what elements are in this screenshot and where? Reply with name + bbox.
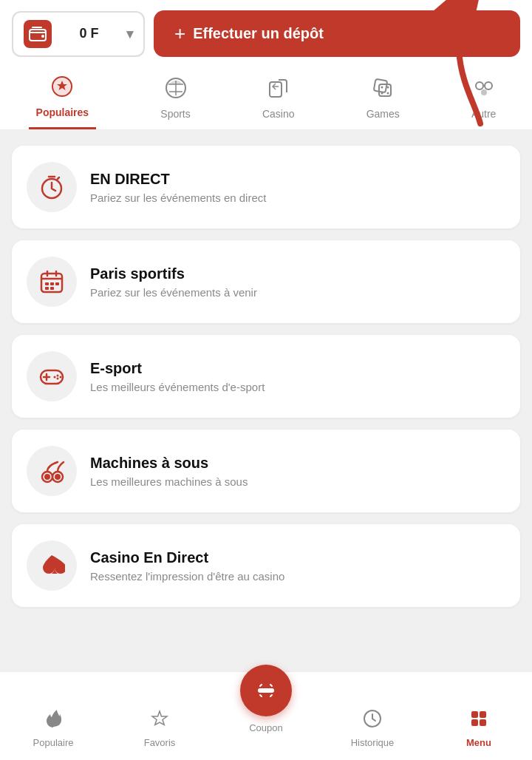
bottom-nav: Populaire Favoris Coupon	[0, 671, 532, 760]
arrow-annotation	[377, 0, 510, 131]
main-content: EN DIRECT Pariez sur les événements en d…	[0, 131, 532, 622]
e-sport-title: E-sport	[90, 360, 265, 377]
tab-sports-label: Sports	[160, 108, 190, 120]
star-outline-icon	[149, 708, 170, 734]
svg-rect-20	[45, 287, 49, 290]
svg-point-30	[55, 474, 61, 480]
svg-point-24	[60, 376, 62, 379]
menu-card-casino-direct[interactable]: Casino En Direct Ressentez l'impression …	[12, 524, 520, 607]
svg-point-1	[41, 35, 44, 38]
tab-populaires-label: Populaires	[36, 106, 89, 118]
svg-rect-21	[50, 287, 54, 290]
calendar-icon	[27, 257, 77, 307]
gamepad-icon	[27, 351, 77, 401]
chevron-down-icon: ▾	[126, 26, 133, 42]
svg-rect-18	[50, 282, 54, 285]
deposit-label: Effectuer un dépôt	[193, 25, 324, 42]
svg-point-25	[57, 378, 59, 380]
tab-casino-label: Casino	[262, 108, 295, 120]
bottom-nav-coupon-label: Coupon	[249, 722, 283, 733]
menu-card-machines-sous[interactable]: Machines à sous Les meilleures machines …	[12, 430, 520, 512]
menu-card-en-direct[interactable]: EN DIRECT Pariez sur les événements en d…	[12, 146, 520, 228]
e-sport-subtitle: Les meilleurs événements d'e-sport	[90, 381, 265, 393]
svg-point-23	[57, 375, 59, 377]
svg-rect-19	[55, 282, 59, 285]
machines-sous-title: Machines à sous	[90, 455, 248, 472]
plus-icon: +	[174, 22, 185, 45]
en-direct-title: EN DIRECT	[90, 171, 266, 188]
bottom-nav-menu[interactable]: Menu	[442, 708, 516, 748]
svg-rect-17	[45, 282, 49, 285]
tab-populaires[interactable]: Populaires	[29, 75, 97, 129]
tab-sports[interactable]: Sports	[153, 76, 197, 129]
coupon-icon	[240, 665, 292, 716]
svg-point-33	[264, 688, 268, 693]
tab-casino[interactable]: Casino	[255, 76, 302, 129]
ball-icon	[164, 76, 188, 105]
fire-icon	[43, 708, 64, 734]
bottom-nav-populaire-label: Populaire	[33, 737, 74, 748]
cherry-icon	[27, 446, 77, 496]
paris-sportifs-title: Paris sportifs	[90, 265, 257, 282]
balance-amount: 0 F	[59, 26, 119, 41]
star-icon	[50, 75, 74, 104]
wallet-icon	[24, 20, 52, 48]
bottom-nav-coupon[interactable]: Coupon	[229, 665, 303, 733]
bottom-nav-favoris[interactable]: Favoris	[123, 708, 197, 748]
cards-icon	[267, 76, 290, 105]
svg-point-29	[44, 474, 50, 480]
bottom-nav-historique-label: Historique	[351, 737, 395, 748]
menu-card-paris-sportifs[interactable]: Paris sportifs Pariez sur les événements…	[12, 240, 520, 323]
casino-direct-title: Casino En Direct	[90, 549, 284, 566]
svg-rect-37	[471, 719, 478, 726]
svg-rect-35	[471, 711, 478, 718]
en-direct-subtitle: Pariez sur les événements en direct	[90, 191, 266, 204]
casino-direct-subtitle: Ressentez l'impression d'être au casino	[90, 570, 284, 583]
spade-icon	[27, 540, 77, 591]
menu-card-e-sport[interactable]: E-sport Les meilleurs événements d'e-spo…	[12, 335, 520, 418]
balance-button[interactable]: 0 F ▾	[12, 11, 145, 57]
bottom-nav-favoris-label: Favoris	[144, 737, 176, 748]
paris-sportifs-subtitle: Pariez sur les événements à venir	[90, 286, 257, 299]
svg-point-26	[54, 376, 56, 379]
clock-icon	[362, 708, 383, 734]
grid-icon	[468, 708, 489, 734]
bottom-nav-historique[interactable]: Historique	[335, 708, 409, 748]
timer-icon	[27, 162, 77, 212]
svg-rect-38	[480, 719, 486, 726]
bottom-nav-menu-label: Menu	[466, 737, 491, 748]
bottom-nav-populaire[interactable]: Populaire	[16, 708, 90, 748]
machines-sous-subtitle: Les meilleures machines à sous	[90, 475, 248, 488]
svg-rect-36	[480, 711, 486, 718]
